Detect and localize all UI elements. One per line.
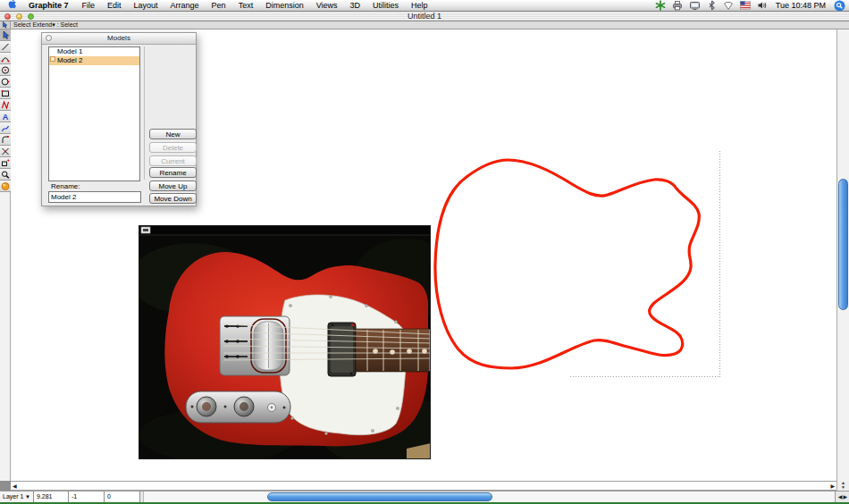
menu-dimension[interactable]: Dimension (259, 0, 310, 11)
mode-text: Select Extend▾ : Select (13, 21, 78, 29)
tool-zoom[interactable] (0, 169, 11, 181)
models-palette-title: Models (107, 34, 130, 42)
scroll-left-arrow-icon[interactable]: ◀ (13, 483, 17, 489)
tool-fillet[interactable] (0, 134, 11, 146)
tool-shade[interactable] (0, 181, 11, 192)
menu-file[interactable]: File (76, 0, 102, 11)
page-boundary-guides (570, 151, 720, 377)
printer-icon[interactable] (672, 0, 683, 11)
coordinate-field-x[interactable]: 9.281 (34, 491, 69, 502)
volume-icon[interactable] (757, 0, 768, 11)
menu-edit[interactable]: Edit (101, 0, 128, 11)
apple-icon (8, 0, 16, 9)
mode-bar: Select Extend▾ : Select (0, 21, 849, 29)
bluetooth-icon[interactable] (707, 0, 717, 11)
menu-bar: Graphite 7 File Edit Layout Arrange Pen … (0, 0, 849, 12)
menu-extras: Tue 10:48 PM (655, 0, 849, 12)
chevron-down-icon: ▼ (25, 491, 30, 502)
desktop: Graphite 7 File Edit Layout Arrange Pen … (0, 0, 849, 504)
polyline-icon (1, 100, 10, 110)
select-arrow-icon (1, 30, 10, 40)
rename-input[interactable] (48, 191, 141, 203)
window-title-bar[interactable]: Untitled 1 (0, 12, 849, 21)
text-icon: A (1, 112, 10, 122)
current-model-icon (50, 56, 55, 62)
tool-polyline[interactable] (0, 99, 11, 111)
menu-pen[interactable]: Pen (206, 0, 232, 11)
menu-utilities[interactable]: Utilities (366, 0, 405, 11)
active-tool-icon (0, 21, 11, 29)
scrollbar-corner (0, 481, 11, 491)
horizontal-scroll-arrows[interactable]: ◀▶ (838, 493, 848, 500)
menu-arrange[interactable]: Arrange (164, 0, 206, 11)
tool-trim[interactable] (0, 146, 11, 157)
scroll-right-arrow-icon[interactable]: ▶ (830, 483, 835, 489)
menu-text[interactable]: Text (232, 0, 260, 11)
new-button[interactable]: New (149, 129, 197, 139)
guitar-photo (139, 225, 431, 459)
tool-ellipse[interactable] (0, 76, 11, 88)
display-icon[interactable] (689, 0, 701, 11)
horizontal-scrollbar[interactable] (143, 491, 836, 502)
arc-icon (1, 54, 10, 63)
shaded-sphere-icon (1, 181, 10, 191)
tool-line[interactable] (0, 41, 11, 53)
menu-clock[interactable]: Tue 10:48 PM (774, 1, 828, 10)
apple-menu[interactable] (0, 0, 21, 12)
palette-close-button[interactable] (46, 35, 52, 41)
image-window[interactable] (139, 225, 431, 459)
line-icon (1, 42, 10, 52)
tool-arc[interactable] (0, 53, 11, 64)
menu-views[interactable]: Views (310, 0, 344, 11)
model-list[interactable]: Model 1 Model 2 (48, 46, 140, 181)
tool-circle[interactable] (0, 64, 11, 76)
tool-text[interactable]: A (0, 111, 11, 122)
list-item-model-1[interactable]: Model 1 (49, 47, 139, 56)
tool-palette: A (0, 29, 11, 481)
fillet-icon (1, 135, 10, 145)
circle-icon (1, 65, 10, 75)
airport-icon[interactable] (723, 0, 734, 11)
vertical-scroll-arrows[interactable]: ▲▼ (836, 481, 849, 491)
current-button: Current (149, 155, 197, 166)
rename-label: Rename: (51, 182, 80, 190)
delete-button: Delete (149, 142, 197, 153)
drawing-layer (429, 147, 733, 389)
palette-divider (144, 46, 145, 180)
vertical-scrollbar[interactable] (836, 29, 849, 481)
layer-selector[interactable]: Layer 1▼ (0, 491, 34, 502)
tool-rectangle[interactable] (0, 88, 11, 99)
magnifier-icon (1, 170, 10, 180)
input-menu-flag-icon[interactable] (740, 1, 751, 10)
app-menu-graphite[interactable]: Graphite 7 (21, 0, 76, 11)
models-palette-title-bar[interactable]: Models (42, 33, 196, 45)
leaf-icon[interactable] (655, 0, 666, 11)
spline-icon (1, 123, 10, 133)
svg-text:A: A (3, 112, 9, 121)
move-up-button[interactable]: Move Up (149, 181, 197, 191)
ellipse-icon (1, 77, 10, 87)
coordinate-field-y[interactable]: -1 (69, 491, 105, 502)
coordinate-field-z[interactable]: 0 (105, 491, 140, 502)
offset-icon (1, 158, 10, 168)
rectangle-icon (1, 88, 10, 98)
traced-model-outline[interactable] (435, 160, 699, 368)
spotlight-icon[interactable] (834, 0, 845, 12)
models-palette: Models Model 1 Model 2 New Delete Curren… (41, 32, 197, 206)
menu-layout[interactable]: Layout (128, 0, 164, 11)
vertical-scrollbar-thumb[interactable] (838, 179, 848, 310)
rename-button[interactable]: Rename (149, 167, 197, 178)
tool-select[interactable] (0, 29, 11, 41)
status-bar: Layer 1▼ 9.281 -1 0 ◀▶ (0, 491, 849, 502)
pane-scrollbar[interactable]: ◀ ▶ (11, 481, 836, 491)
list-item-model-2[interactable]: Model 2 (49, 56, 139, 65)
tool-offset[interactable] (0, 157, 11, 169)
tool-spline[interactable] (0, 122, 11, 134)
trim-icon (1, 147, 10, 156)
window-title: Untitled 1 (0, 12, 849, 21)
horizontal-scrollbar-thumb[interactable] (267, 492, 492, 501)
menu-help[interactable]: Help (405, 0, 434, 11)
windowshade-widget-icon[interactable] (141, 227, 150, 233)
menu-3d[interactable]: 3D (344, 0, 367, 11)
move-down-button[interactable]: Move Down (149, 193, 197, 204)
